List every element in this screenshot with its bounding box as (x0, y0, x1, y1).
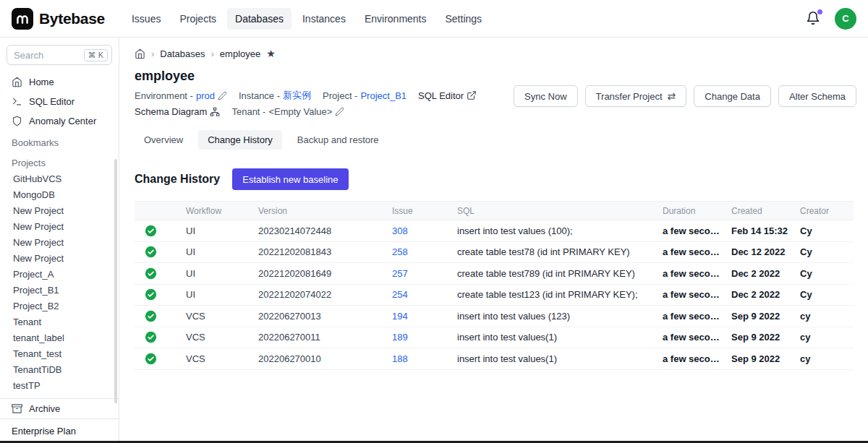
sidebar-project-item[interactable]: Tenant_test (0, 346, 119, 362)
issue-link[interactable]: 257 (392, 268, 408, 279)
sidebar-scrollbar[interactable] (114, 159, 117, 403)
top-nav-item[interactable]: Settings (438, 8, 490, 30)
sidebar-item-sql-editor[interactable]: SQL Editor (0, 92, 119, 111)
creator-cell: cy (788, 311, 854, 322)
creator-cell: cy (788, 353, 854, 364)
sidebar: ⌘ K Home SQL Editor Anomaly Center (0, 38, 119, 443)
table-row[interactable]: VCS 202206270013 194 insert into test va… (135, 306, 854, 327)
sidebar-item-archive[interactable]: Archive (0, 399, 119, 418)
column-header: Issue (380, 206, 446, 216)
sidebar-item-anomaly-center[interactable]: Anomaly Center (0, 111, 119, 131)
sidebar-project-item[interactable]: Project_B2 (0, 298, 119, 314)
transfer-project-label: Transfer Project (596, 91, 663, 102)
change-history-table: Workflow Version Issue SQL Duration Crea… (135, 201, 854, 370)
sidebar-project-item[interactable]: TenantTiDB (0, 362, 119, 378)
database-meta: Environment - prod Instance - 新实例 Projec… (135, 89, 561, 117)
avatar[interactable]: C (835, 8, 856, 30)
sidebar-project-item[interactable]: testTP (0, 378, 119, 394)
issue-link[interactable]: 254 (392, 289, 408, 300)
sidebar-project-item[interactable]: New Project (0, 235, 119, 251)
shield-icon (12, 116, 22, 126)
sync-now-button[interactable]: Sync Now (514, 85, 578, 107)
sidebar-project-item[interactable]: New Project (0, 203, 119, 219)
check-circle-icon (145, 331, 157, 343)
workflow-cell: UI (174, 225, 247, 236)
sidebar-project-item[interactable]: Project_B1 (0, 283, 119, 298)
table-row[interactable]: VCS 202206270011 189 insert into test va… (135, 327, 854, 349)
table-row[interactable]: UI 20221202081649 257 create table test7… (135, 263, 854, 285)
top-nav-item[interactable]: Instances (294, 8, 354, 30)
top-nav-item[interactable]: Issues (124, 8, 169, 30)
tab-backup-restore[interactable]: Backup and restore (288, 130, 388, 150)
project-link[interactable]: Project_B1 (360, 90, 407, 101)
sidebar-item-label: Archive (29, 403, 60, 414)
brand[interactable]: Bytebase (12, 8, 105, 30)
sql-cell: insert into test values (100); (446, 225, 651, 236)
app-window: Bytebase Issues Projects Databases Insta… (0, 0, 868, 443)
sql-cell: create table test78 (id int PRIMARY KEY) (446, 246, 651, 257)
duration-cell: a few seconds (651, 268, 720, 279)
issue-link[interactable]: 308 (392, 225, 408, 236)
tab-overview[interactable]: Overview (135, 130, 192, 150)
issue-link[interactable]: 194 (392, 311, 408, 322)
table-row[interactable]: UI 20230214072448 308 insert into test v… (135, 220, 854, 242)
top-nav-item[interactable]: Environments (357, 8, 435, 30)
column-header: Created (720, 206, 788, 216)
environment-link[interactable]: prod (196, 90, 215, 101)
column-header: Duration (651, 206, 720, 216)
top-nav-item[interactable]: Databases (227, 8, 292, 30)
created-cell: Dec 12 2022 (720, 246, 788, 257)
created-cell: Feb 14 15:32 (720, 225, 788, 236)
top-nav-item[interactable]: Projects (171, 8, 224, 30)
change-data-button[interactable]: Change Data (694, 85, 771, 107)
sidebar-project-item[interactable]: tenant_label (0, 330, 119, 346)
establish-baseline-button[interactable]: Establish new baseline (232, 168, 348, 190)
sidebar-project-item[interactable]: Project_A (0, 267, 119, 283)
brand-name: Bytebase (39, 10, 105, 27)
sql-editor-shortcut[interactable]: SQL Editor (418, 90, 477, 101)
breadcrumb-separator: › (211, 48, 214, 59)
sidebar-item-home[interactable]: Home (0, 72, 119, 92)
notifications-button[interactable] (806, 11, 822, 27)
breadcrumb-databases[interactable]: Databases (160, 48, 205, 59)
star-icon[interactable]: ★ (266, 48, 276, 59)
sidebar-project-item[interactable]: Tenant (0, 314, 119, 330)
table-row[interactable]: VCS 202206270010 188 insert into test va… (135, 348, 854, 370)
transfer-project-button[interactable]: Transfer Project ⇄ (585, 85, 687, 107)
creator-cell: Cy (788, 289, 854, 300)
tenant-label: Tenant - (231, 106, 265, 117)
edit-tenant-icon[interactable] (335, 107, 344, 116)
issue-cell: 257 (380, 268, 446, 279)
alter-schema-button[interactable]: Alter Schema (778, 85, 856, 107)
tab-change-history[interactable]: Change History (198, 130, 282, 150)
schema-diagram-shortcut[interactable]: Schema Diagram (135, 106, 220, 117)
status-cell (135, 353, 174, 365)
home-icon[interactable] (135, 48, 145, 59)
sidebar-project-item[interactable]: MongoDB (0, 187, 119, 203)
issue-cell: 258 (380, 246, 446, 257)
top-nav: Issues Projects Databases Instances Envi… (124, 8, 490, 30)
search-input[interactable] (14, 50, 84, 61)
sidebar-project-item[interactable]: GitHubVCS (0, 171, 119, 187)
issue-link[interactable]: 258 (392, 246, 408, 257)
transfer-icon: ⇄ (668, 91, 676, 101)
version-cell: 20221202074022 (247, 289, 380, 300)
edit-environment-icon[interactable] (218, 91, 227, 100)
archive-icon (12, 403, 22, 414)
search-box[interactable]: ⌘ K (7, 45, 112, 65)
duration-cell: a few seconds (651, 353, 720, 364)
sidebar-project-item[interactable]: New Project (0, 251, 119, 267)
table-row[interactable]: UI 20221202074022 254 create table test1… (135, 285, 854, 306)
projects-list: GitHubVCS MongoDB New Project New Projec… (0, 171, 119, 398)
issue-link[interactable]: 188 (392, 353, 408, 364)
issue-link[interactable]: 189 (392, 332, 408, 343)
breadcrumb-employee[interactable]: employee (220, 48, 260, 59)
version-cell: 202206270010 (247, 353, 380, 364)
tab-bar: Overview Change History Backup and resto… (135, 130, 854, 150)
table-row[interactable]: UI 20221202081843 258 create table test7… (135, 242, 854, 264)
sql-cell: create table test123 (id int PRIMARY KEY… (446, 289, 651, 300)
sql-cell: insert into test values (123) (446, 311, 651, 322)
sidebar-item-label: Home (29, 77, 54, 87)
sidebar-project-item[interactable]: New Project (0, 219, 119, 235)
instance-link[interactable]: 新实例 (283, 89, 311, 102)
